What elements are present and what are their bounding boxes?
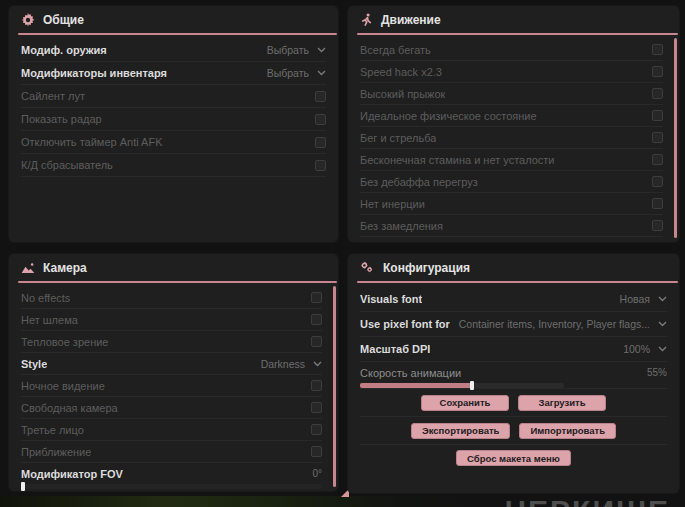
weapon-mod-dropdown[interactable]: Выбрать (267, 44, 326, 56)
setting-label: Свободная камера (21, 402, 118, 414)
row-style: Style Darkness (21, 353, 322, 375)
setting-label: Идеальное физическое состояние (360, 110, 537, 122)
row-show-radar: Показать радар (21, 108, 326, 131)
high-jump-checkbox[interactable] (652, 88, 663, 99)
setting-label: Visuals font (360, 293, 422, 305)
third-person-checkbox[interactable] (311, 424, 322, 435)
setting-label: Бесконечная стамина и нет усталости (360, 154, 555, 166)
row-fov-modifier: Модификатор FOV 0° (21, 463, 322, 489)
slider-value: 55% (647, 367, 667, 378)
thermal-vision-checkbox[interactable] (311, 336, 322, 347)
panel-title: Камера (43, 261, 87, 275)
row-run-and-shoot: Бег и стрельба (360, 127, 663, 149)
row-no-effects: No effects (21, 287, 322, 309)
setting-label: Показать радар (21, 113, 102, 125)
no-overload-checkbox[interactable] (652, 176, 663, 187)
setting-label: Приближение (21, 446, 91, 458)
setting-label: Скорость анимации (360, 367, 461, 379)
setting-label: Масштаб DPI (360, 343, 430, 355)
row-night-vision: Ночное видение (21, 375, 322, 397)
setting-label: Третье лицо (21, 424, 84, 436)
dpi-scale-dropdown[interactable]: 100% (623, 343, 667, 355)
free-camera-checkbox[interactable] (311, 402, 322, 413)
panel-camera-header[interactable]: Камера (9, 254, 338, 281)
button-row-save-load: Сохранить Загрузить (360, 389, 667, 417)
scrollbar[interactable] (674, 38, 677, 238)
inventory-mods-dropdown[interactable]: Выбрать (267, 67, 326, 79)
row-dpi-scale: Масштаб DPI 100% (360, 337, 667, 362)
row-pixel-font: Use pixel font for Container items, Inve… (360, 312, 667, 337)
chevron-down-icon (658, 296, 667, 302)
row-inventory-mods: Модификаторы инвентаря Выбрать (21, 62, 326, 85)
gears-icon (360, 261, 375, 275)
watermark-text: ЧЕРКИШЕ (505, 496, 685, 507)
anti-afk-checkbox[interactable] (315, 137, 326, 148)
setting-label: No effects (21, 292, 70, 304)
load-button[interactable]: Загрузить (518, 395, 606, 411)
setting-label: Всегда бегать (360, 44, 431, 56)
setting-label: Нет шлема (21, 314, 78, 326)
kd-reset-checkbox[interactable] (315, 160, 326, 171)
animation-speed-slider[interactable] (360, 383, 564, 388)
slider-fill (360, 383, 472, 388)
save-button[interactable]: Сохранить (421, 395, 509, 411)
panel-camera: Камера No effects Нет шлема Тепловое зре… (8, 253, 339, 492)
panel-config: Конфигурация Visuals font Новая Use pixe… (347, 253, 680, 494)
speed-hack-checkbox[interactable] (652, 66, 663, 77)
row-infinite-stamina: Бесконечная стамина и нет усталости (360, 149, 663, 171)
chevron-down-icon (313, 361, 322, 367)
panel-general-header[interactable]: Общие (9, 6, 338, 33)
slider-value: 0° (312, 468, 322, 479)
row-free-camera: Свободная камера (21, 397, 322, 419)
night-vision-checkbox[interactable] (311, 380, 322, 391)
runner-icon (360, 13, 373, 27)
dropdown-value: Выбрать (267, 44, 309, 56)
infinite-stamina-checkbox[interactable] (652, 154, 663, 165)
style-dropdown[interactable]: Darkness (261, 358, 322, 370)
panel-config-header[interactable]: Конфигурация (348, 254, 679, 281)
setting-label: Бег и стрельба (360, 132, 436, 144)
row-always-run: Всегда бегать (360, 39, 663, 61)
dropdown-value: Выбрать (267, 67, 309, 79)
pixel-font-dropdown[interactable]: Container items, Inventory, Player flags… (459, 318, 667, 330)
dropdown-value: Container items, Inventory, Player flags… (459, 318, 650, 330)
row-no-inertia: Нет инерции (360, 193, 663, 215)
scrollbar[interactable] (333, 286, 336, 487)
panel-title: Движение (381, 13, 441, 27)
no-inertia-checkbox[interactable] (652, 198, 663, 209)
reset-menu-layout-button[interactable]: Сброс макета меню (456, 450, 571, 466)
no-effects-checkbox[interactable] (311, 292, 322, 303)
run-and-shoot-checkbox[interactable] (652, 132, 663, 143)
no-slowdown-checkbox[interactable] (652, 220, 663, 231)
row-animation-speed: Скорость анимации 55% (360, 362, 667, 389)
setting-label: Сайлент лут (21, 90, 85, 102)
button-row-export-import: Экспортировать Импортировать (360, 417, 667, 445)
button-row-reset: Сброс макета меню (360, 445, 667, 471)
setting-label: Speed hack x2.3 (360, 66, 442, 78)
slider-handle[interactable] (470, 381, 474, 390)
setting-label: Модификаторы инвентаря (21, 67, 167, 79)
setting-label: К/Д сбрасыватель (21, 159, 113, 171)
row-anti-afk: Отключить таймер Anti AFK (21, 131, 326, 154)
zoom-checkbox[interactable] (311, 446, 322, 457)
row-thermal-vision: Тепловое зрение (21, 331, 322, 353)
panel-title: Общие (43, 13, 84, 27)
setting-label: Style (21, 358, 47, 370)
always-run-checkbox[interactable] (652, 44, 663, 55)
row-silent-loot: Сайлент лут (21, 85, 326, 108)
row-visuals-font: Visuals font Новая (360, 287, 667, 312)
image-icon (21, 262, 35, 274)
no-helmet-checkbox[interactable] (311, 314, 322, 325)
import-button[interactable]: Импортировать (519, 423, 616, 439)
show-radar-checkbox[interactable] (315, 114, 326, 125)
export-button[interactable]: Экспортировать (411, 423, 510, 439)
panel-general: Общие Модиф. оружия Выбрать Модификаторы… (8, 5, 339, 243)
panel-title: Конфигурация (383, 261, 470, 275)
perfect-condition-checkbox[interactable] (652, 110, 663, 121)
panel-movement-header[interactable]: Движение (348, 6, 679, 33)
fov-slider[interactable] (21, 484, 322, 489)
visuals-font-dropdown[interactable]: Новая (620, 293, 667, 305)
setting-label: Модификатор FOV (21, 468, 123, 480)
silent-loot-checkbox[interactable] (315, 91, 326, 102)
slider-handle[interactable] (21, 482, 25, 491)
